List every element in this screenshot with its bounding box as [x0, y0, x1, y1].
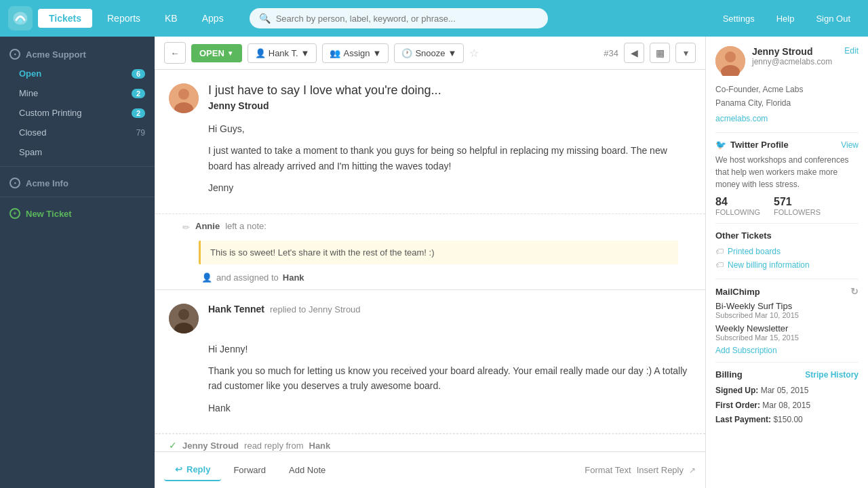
- other-tickets-title: Other Tickets: [715, 230, 859, 241]
- apps-nav-link[interactable]: Apps: [193, 9, 233, 28]
- contact-location: Panama City, Florida: [715, 96, 859, 110]
- help-nav-link[interactable]: Help: [767, 9, 804, 28]
- mailchimp-item-2: Weekly Newsletter Subscribed Mar 15, 201…: [715, 323, 859, 342]
- contact-name: Jenny Stroud: [752, 46, 832, 57]
- twitter-stats: 84 FOLLOWING 571 FOLLOWERS: [715, 196, 859, 216]
- person-icon: 👤: [255, 48, 266, 58]
- contact-header: Jenny Stroud jenny@acmelabs.com Edit: [715, 46, 859, 76]
- edit-contact-link[interactable]: Edit: [844, 46, 859, 56]
- search-bar: 🔍: [250, 8, 548, 28]
- followers-count: 571: [774, 196, 821, 208]
- mine-badge: 2: [132, 89, 145, 98]
- sidebar-item-open[interactable]: Open 6: [0, 64, 155, 83]
- ticket-toolbar: ← OPEN ▼ 👤 Hank T. ▼ 👥 Assign ▼ 🕐 Snooze…: [155, 37, 705, 70]
- svg-point-8: [725, 52, 736, 62]
- read-status-reader: Jenny Stroud: [182, 441, 239, 451]
- pencil-icon: ✏: [182, 222, 190, 232]
- note-author: Annie: [195, 221, 220, 231]
- new-ticket-icon: +: [9, 208, 20, 219]
- insert-reply-button[interactable]: Insert Reply: [637, 465, 684, 475]
- sidebar-section-acme-info: ▪ Acme Info: [0, 171, 155, 192]
- billing-last-payment: Last Payment: $150.00: [715, 413, 859, 428]
- hank-body-line1: Hi Jenny!: [208, 342, 692, 357]
- panel-divider-4: [715, 362, 859, 363]
- open-status-button[interactable]: OPEN ▼: [191, 44, 242, 62]
- format-text-button[interactable]: Format Text: [585, 465, 631, 475]
- closed-count: 79: [136, 128, 145, 138]
- sidebar-new-ticket-header[interactable]: + New Ticket: [0, 201, 155, 223]
- note-container: ✏ Annie left a note: This is so sweet! L…: [155, 214, 705, 289]
- search-input[interactable]: [276, 14, 538, 24]
- prev-ticket-button[interactable]: ◀: [624, 43, 644, 63]
- sidebar-item-closed[interactable]: Closed 79: [0, 123, 155, 142]
- jenny-body-line1: Hi Guys,: [208, 121, 692, 136]
- assign-note-person: Hank: [283, 272, 304, 283]
- tickets-nav-button[interactable]: Tickets: [38, 9, 92, 28]
- check-icon: ✓: [169, 440, 177, 451]
- kb-nav-link[interactable]: KB: [155, 9, 187, 28]
- settings-nav-link[interactable]: Settings: [713, 9, 764, 28]
- message-hank: Hank Tennet replied to Jenny Stroud Hi J…: [155, 289, 705, 434]
- message-jenny: I just have to say I love what you're do…: [155, 70, 705, 214]
- sidebar-item-custom-printing[interactable]: Custom Printing 2: [0, 103, 155, 123]
- sidebar-item-spam[interactable]: Spam: [0, 142, 155, 162]
- twitter-following-stat: 84 FOLLOWING: [715, 196, 760, 216]
- forward-tab[interactable]: Forward: [222, 460, 277, 481]
- other-ticket-printed-boards[interactable]: 🏷 Printed boards: [715, 245, 859, 258]
- other-ticket-billing[interactable]: 🏷 New billing information: [715, 258, 859, 272]
- sidebar-section-acme-support: ▪ Acme Support Open 6 Mine 2 Custom Prin…: [0, 42, 155, 162]
- contact-avatar: [715, 46, 745, 76]
- sidebar-section-icon: ▪: [9, 49, 20, 60]
- stripe-history-link[interactable]: Stripe History: [805, 370, 859, 380]
- svg-point-5: [178, 309, 189, 320]
- sidebar-acme-info-header[interactable]: ▪ Acme Info: [0, 171, 155, 192]
- message-jenny-info: I just have to say I love what you're do…: [208, 83, 441, 111]
- assign-button[interactable]: 👥 Assign ▼: [322, 43, 389, 63]
- panel-divider-1: [715, 132, 859, 133]
- sidebar-acme-support-header: ▪ Acme Support: [0, 42, 155, 64]
- more-options-button[interactable]: ▾: [675, 43, 696, 63]
- layout-button[interactable]: ▦: [650, 43, 670, 63]
- tag-icon-2: 🏷: [715, 260, 724, 270]
- billing-signed-up: Signed Up: Mar 05, 2015: [715, 384, 859, 399]
- assign-line: 👤 and assigned to Hank: [169, 268, 692, 289]
- svg-point-2: [178, 89, 189, 100]
- reply-tab[interactable]: ↩ Reply: [164, 459, 221, 481]
- mailchimp-name-2: Weekly Newsletter: [715, 323, 859, 333]
- contact-website-link[interactable]: acmelabs.com: [715, 112, 859, 125]
- add-note-tab[interactable]: Add Note: [278, 460, 336, 481]
- back-button[interactable]: ←: [164, 42, 186, 64]
- twitter-section-title: 🐦 Twitter Profile View: [715, 140, 859, 150]
- star-button[interactable]: ☆: [469, 47, 479, 60]
- sidebar-acme-info-icon: ▪: [9, 178, 20, 188]
- reply-icon: ↩: [175, 464, 182, 474]
- twitter-bio: We host workshops and conferences that h…: [715, 154, 859, 190]
- reports-nav-link[interactable]: Reports: [98, 9, 150, 28]
- signout-nav-link[interactable]: Sign Out: [806, 9, 860, 28]
- billing-section-title: Billing Stripe History: [715, 369, 859, 380]
- svg-point-0: [18, 20, 22, 23]
- reply-right-actions: Format Text Insert Reply ↗: [585, 465, 696, 475]
- mailchimp-refresh-icon[interactable]: ↻: [850, 286, 859, 297]
- hank-body-line3: Hank: [208, 401, 692, 415]
- mailchimp-sub-1: Subscribed Mar 10, 2015: [715, 311, 859, 319]
- sidebar-new-ticket-title: New Ticket: [26, 209, 72, 219]
- note-content: This is so sweet! Let's share it with th…: [210, 247, 435, 258]
- mailchimp-name-1: Bi-Weekly Surf Tips: [715, 301, 859, 311]
- following-count: 84: [715, 196, 760, 208]
- sidebar-section-title: Acme Support: [26, 49, 86, 60]
- add-subscription-link[interactable]: Add Subscription: [715, 346, 859, 355]
- ticket-thread: I just have to say I love what you're do…: [155, 70, 705, 451]
- snooze-button[interactable]: 🕐 Snooze ▼: [394, 43, 464, 63]
- search-icon: 🔍: [259, 13, 271, 24]
- agent-selector-button[interactable]: 👤 Hank T. ▼: [248, 43, 317, 63]
- sidebar-item-mine[interactable]: Mine 2: [0, 83, 155, 103]
- note-line: ✏ Annie left a note:: [169, 214, 692, 237]
- note-text: left a note:: [225, 221, 267, 231]
- twitter-view-link[interactable]: View: [841, 140, 859, 150]
- open-badge: 6: [132, 69, 145, 79]
- jenny-message-subject: I just have to say I love what you're do…: [208, 83, 441, 98]
- read-status-from: Hank: [309, 441, 331, 451]
- message-hank-info: Hank Tennet replied to Jenny Stroud: [208, 304, 361, 314]
- read-status-line: ✓ Jenny Stroud read reply from Hank: [155, 434, 705, 451]
